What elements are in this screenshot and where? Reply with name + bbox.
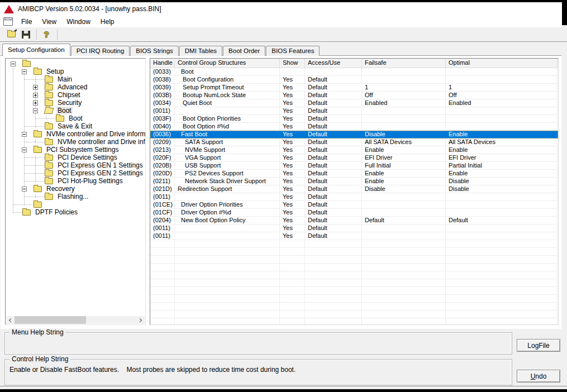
cell: Enable — [362, 146, 446, 154]
tree-item-nvme-controller-and-drive-information[interactable]: NVMe controller and Drive information — [6, 138, 145, 146]
open-file-button[interactable] — [4, 28, 18, 41]
cell — [175, 232, 280, 240]
table-row[interactable]: (0036)Fast BootYesDefaultDisableEnable — [150, 131, 558, 138]
tree-item-dptf-policies[interactable]: DPTF Policies — [6, 208, 145, 216]
cell — [175, 271, 280, 279]
cell: Enabled — [362, 99, 446, 107]
tree-connector — [13, 204, 34, 205]
cell: (01CF) — [150, 209, 175, 217]
open-file-icon — [7, 31, 16, 37]
table-row[interactable]: (003F)Boot Option PrioritiesYesDefault — [150, 115, 558, 123]
tree-item-main[interactable]: Main — [6, 75, 145, 83]
table-row[interactable]: (0213)NVMe SupportYesDefaultEnableEnable — [150, 146, 558, 154]
cell — [175, 256, 280, 264]
cell — [362, 76, 446, 84]
tree-item-label: Main — [56, 75, 73, 83]
cell — [305, 248, 362, 256]
menu-item-help[interactable]: Help — [96, 17, 120, 27]
expand-plus-icon[interactable] — [33, 93, 38, 98]
table-row[interactable]: (0039)Setup Prompt TimeoutYesDefault11 — [150, 84, 558, 92]
tree-item-setup[interactable]: Setup — [6, 68, 145, 75]
table-row[interactable]: (01CF)Driver Option #%dYesDefault — [150, 209, 558, 217]
cell — [305, 310, 362, 318]
cell — [175, 295, 280, 303]
expand-minus-icon[interactable] — [22, 187, 27, 192]
expand-minus-icon[interactable] — [22, 147, 27, 152]
column-header-show[interactable]: Show — [280, 59, 305, 68]
scroll-left-button[interactable] — [6, 316, 15, 324]
table-row[interactable]: (0033)Boot — [150, 68, 558, 76]
cell: Default — [305, 84, 362, 92]
cell — [362, 123, 446, 131]
menu-item-file[interactable]: File — [16, 17, 37, 27]
table-row[interactable]: (0011)YesDefault — [150, 232, 558, 240]
cell: Bootup NumLock State — [175, 92, 280, 99]
tree-item-pci-express-gen-1-settings[interactable]: PCI Express GEN 1 Settings — [6, 161, 145, 169]
tab-pci-irq-routing[interactable]: PCI IRQ Routing — [71, 46, 130, 56]
expand-plus-icon[interactable] — [33, 101, 38, 106]
column-header-control-group-structures[interactable]: Control Group Structures — [175, 59, 280, 68]
tree-item-flashing[interactable]: Flashing... — [6, 193, 145, 200]
scrollbar-thumb[interactable] — [15, 316, 86, 324]
tree-horizontal-scrollbar[interactable] — [6, 316, 145, 324]
table-row[interactable]: (021D)Redirection SupportYesDefaultDisab… — [150, 185, 558, 193]
tree-item-nvme-controller-and-drive-information[interactable]: NVMe controller and Drive information — [6, 130, 145, 138]
table-row[interactable]: (0211)Network Stack Driver SupportYesDef… — [150, 178, 558, 185]
help-button[interactable]: ? — [40, 28, 53, 41]
tab-setup-configuration[interactable]: Setup Configuration — [2, 44, 70, 56]
tree-connector — [24, 126, 45, 127]
table-row[interactable]: (0204)New Boot Option PolicyYesDefaultDe… — [150, 217, 558, 224]
table-row[interactable]: (003B)Bootup NumLock StateYesDefaultOffO… — [150, 92, 558, 99]
table-row[interactable]: (0040)Boot Option #%dYesDefault — [150, 123, 558, 131]
folder-icon — [22, 209, 31, 216]
expand-minus-icon[interactable] — [22, 132, 27, 137]
tab-boot-order[interactable]: Boot Order — [223, 46, 265, 56]
tree-item-security[interactable]: Security — [6, 99, 145, 107]
undo-button[interactable]: Undo — [517, 370, 560, 383]
expand-plus-icon[interactable] — [33, 85, 38, 90]
tree-item-advanced[interactable]: Advanced — [6, 83, 145, 91]
tab-dmi-tables[interactable]: DMI Tables — [179, 46, 222, 56]
tree-item-chipset[interactable]: Chipset — [6, 91, 145, 99]
table-row[interactable]: (0011)YesDefault — [150, 107, 558, 115]
expand-minus-icon[interactable] — [11, 61, 16, 66]
table-row[interactable]: (020B)USB SupportYesDefaultFull InitialP… — [150, 162, 558, 170]
tree-item-pci-subsystem-settings[interactable]: PCI Subsystem Settings — [6, 146, 145, 154]
tree-item-folder[interactable] — [6, 200, 145, 208]
menu-help-label: Menu Help String — [9, 328, 66, 336]
column-header-failsafe[interactable]: Failsafe — [362, 59, 446, 68]
tab-bios-features[interactable]: BIOS Features — [266, 46, 320, 56]
expand-minus-icon[interactable] — [33, 108, 38, 113]
cell: Boot Option Priorities — [175, 115, 280, 123]
column-header-optimal[interactable]: Optimal — [446, 59, 558, 68]
table-row[interactable]: (020D)PS2 Devices SupportYesDefaultEnabl… — [150, 170, 558, 178]
tab-bios-strings[interactable]: BIOS Strings — [130, 46, 178, 56]
table-row[interactable]: (020F)VGA SupportYesDefaultEFI DriverEFI… — [150, 154, 558, 162]
rom-document-icon[interactable]: ROM — [3, 17, 13, 26]
table-row[interactable]: (01CE)Driver Option PrioritiesYesDefault — [150, 201, 558, 209]
cell: Disable — [362, 185, 446, 193]
tree-item-pci-hot-plug-settings[interactable]: PCI Hot-Plug Settings — [6, 177, 145, 185]
table-row[interactable]: (0011)YesDefault — [150, 224, 558, 232]
table-row[interactable]: (0011)YesDefault — [150, 193, 558, 201]
column-header-access-use[interactable]: Access/Use — [305, 59, 362, 68]
tree-item-pci-device-settings[interactable]: PCI Device Settings — [6, 154, 145, 161]
tree-item-boot[interactable]: Boot — [6, 107, 145, 114]
tree-item-recovery[interactable]: Recovery — [6, 185, 145, 193]
menu-item-view[interactable]: View — [37, 17, 61, 27]
menu-item-window[interactable]: Window — [61, 17, 96, 27]
column-header-handle[interactable]: Handle — [150, 59, 175, 68]
table-row[interactable]: (0034)Quiet BootYesDefaultEnabledEnabled — [150, 99, 558, 107]
tree-item-save-exit[interactable]: Save & Exit — [6, 122, 145, 130]
tree-item-folder[interactable] — [6, 60, 145, 68]
logfile-button[interactable]: LogFile — [517, 339, 560, 352]
expand-minus-icon[interactable] — [22, 69, 27, 74]
tree-item-pci-express-gen-2-settings[interactable]: PCI Express GEN 2 Settings — [6, 169, 145, 177]
cell — [280, 310, 305, 318]
table-row[interactable]: (0038)Boot ConfigurationYesDefault — [150, 76, 558, 84]
scroll-right-button[interactable] — [136, 316, 145, 324]
tree-item-boot[interactable]: Boot — [6, 114, 145, 122]
cell: Yes — [280, 92, 305, 99]
save-file-button[interactable] — [19, 28, 32, 41]
table-row[interactable]: (0209)SATA SupportYesDefaultAll SATA Dev… — [150, 138, 558, 146]
